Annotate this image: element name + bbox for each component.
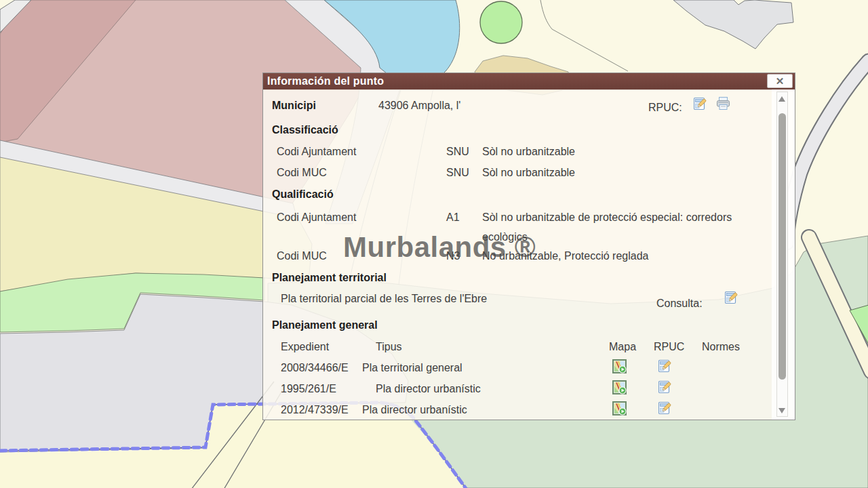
row-label: Codi Ajuntament <box>277 144 356 159</box>
mapa-icon[interactable] <box>612 380 627 395</box>
col-header-expedient: Expedient <box>281 340 329 354</box>
app-viewport: Información del punto ✕ Municipi 43906 A… <box>0 0 868 488</box>
mapa-icon[interactable] <box>612 359 627 374</box>
mapa-icon[interactable] <box>612 401 627 416</box>
scroll-up-icon[interactable] <box>777 94 787 104</box>
consulta-edit-icon[interactable] <box>725 291 740 306</box>
rpuc-edit-icon[interactable] <box>658 380 673 395</box>
section-title-territorial: Planejament territorial <box>272 270 387 285</box>
row-code: N3 <box>446 249 460 264</box>
table-row-expedient: 2012/47339/E <box>281 403 349 418</box>
section-title-general: Planejament general <box>272 318 378 333</box>
rpuc-edit-icon[interactable] <box>694 97 709 112</box>
rpuc-label: RPUC: <box>648 100 682 115</box>
row-label: Codi MUC <box>277 249 327 264</box>
col-header-mapa: Mapa <box>609 340 636 354</box>
table-row-expedient: 2008/34466/E <box>281 361 349 375</box>
col-header-rpuc: RPUC <box>654 340 684 354</box>
close-button[interactable]: ✕ <box>767 74 793 88</box>
rpuc-edit-icon[interactable] <box>658 401 673 416</box>
table-row-expedient: 1995/261/E <box>281 382 336 396</box>
close-icon: ✕ <box>776 75 785 87</box>
row-desc: Sòl no urbanitzable de protecció especia… <box>482 207 748 247</box>
rpuc-edit-icon[interactable] <box>658 359 673 374</box>
row-label: Codi Ajuntament <box>277 210 356 225</box>
scroll-thumb[interactable] <box>778 113 786 380</box>
municipi-value: 43906 Ampolla, l' <box>378 98 460 113</box>
info-popup: Información del punto ✕ Municipi 43906 A… <box>262 73 795 420</box>
table-row-tipus: Pla director urbanístic <box>362 403 467 418</box>
row-desc: No urbanitzable, Protecció reglada <box>482 249 648 264</box>
row-desc: Sòl no urbanitzable <box>482 144 575 159</box>
popup-content: Municipi 43906 Ampolla, l' RPUC: Classif… <box>263 89 795 420</box>
row-code: SNU <box>446 144 469 159</box>
map-green-circle <box>480 1 522 43</box>
section-title-classificacio: Classificació <box>272 123 338 138</box>
row-label: Codi MUC <box>277 165 327 180</box>
row-code: A1 <box>446 210 460 225</box>
table-row-tipus: Pla territorial general <box>362 361 462 375</box>
municipi-label: Municipi <box>272 98 316 113</box>
popup-scrollbar[interactable] <box>776 92 788 417</box>
row-code: SNU <box>446 165 469 180</box>
col-header-tipus: Tipus <box>376 340 402 354</box>
row-desc: Sòl no urbanitzable <box>482 165 575 180</box>
table-row-tipus: Pla director urbanístic <box>376 382 481 396</box>
territorial-plan: Pla territorial parcial de les Terres de… <box>281 291 487 306</box>
popup-title: Información del punto <box>267 75 384 87</box>
col-header-normes: Normes <box>702 340 740 354</box>
scroll-down-icon[interactable] <box>777 404 787 415</box>
print-icon[interactable] <box>716 97 731 110</box>
popup-titlebar[interactable]: Información del punto ✕ <box>263 73 795 90</box>
consulta-label: Consulta: <box>656 296 703 311</box>
section-title-qualificacio: Qualificació <box>272 187 334 202</box>
